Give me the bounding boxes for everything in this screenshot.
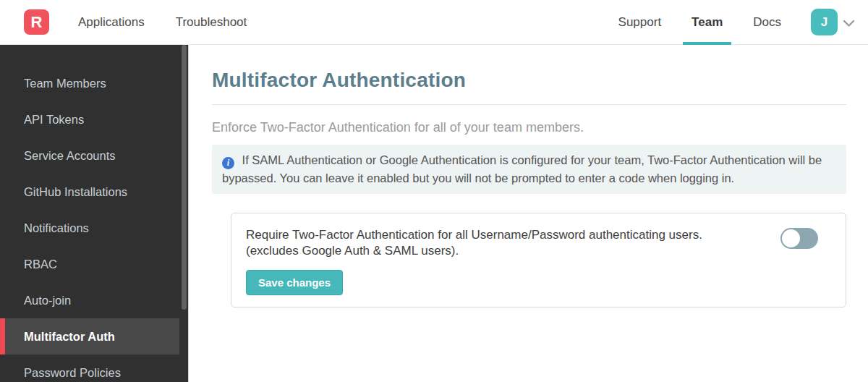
app-logo-letter: R <box>31 14 43 30</box>
sidebar-item-team-members[interactable]: Team Members <box>0 65 188 101</box>
user-avatar[interactable]: J <box>811 9 838 35</box>
sidebar-item-github-installations[interactable]: GitHub Installations <box>0 174 188 210</box>
toggle-knob <box>782 229 800 247</box>
page-body: Team Members API Tokens Service Accounts… <box>0 45 868 382</box>
sidebar-item-notifications[interactable]: Notifications <box>0 210 188 246</box>
info-icon: i <box>222 157 234 169</box>
sidebar: Team Members API Tokens Service Accounts… <box>0 45 188 382</box>
user-avatar-initial: J <box>821 15 827 30</box>
two-factor-requirement-text: Require Two-Factor Authentication for al… <box>246 227 759 243</box>
two-factor-toggle[interactable] <box>780 228 818 249</box>
nav-support[interactable]: Support <box>618 0 662 45</box>
page-title: Multifactor Authentication <box>212 69 846 92</box>
sidebar-item-password-policies[interactable]: Password Policies <box>0 355 188 382</box>
sidebar-item-service-accounts[interactable]: Service Accounts <box>0 137 188 174</box>
nav-troubleshoot[interactable]: Troubleshoot <box>176 15 247 30</box>
info-banner-text: If SAML Authentication or Google Authent… <box>222 153 822 184</box>
sidebar-item-api-tokens[interactable]: API Tokens <box>0 101 188 137</box>
top-navbar: R Applications Troubleshoot Support Team… <box>0 0 868 45</box>
save-changes-button[interactable]: Save changes <box>246 270 343 295</box>
sidebar-item-multifactor-auth[interactable]: Multifactor Auth <box>0 318 179 355</box>
sidebar-item-auto-join[interactable]: Auto-join <box>0 282 188 318</box>
secondary-nav: Support Team Docs <box>618 0 781 45</box>
sidebar-scrollbar[interactable] <box>182 45 187 310</box>
two-factor-exclusion-text: (excludes Google Auth & SAML users). <box>246 243 759 259</box>
nav-applications[interactable]: Applications <box>78 15 145 30</box>
chevron-down-icon[interactable] <box>843 20 855 27</box>
page: R Applications Troubleshoot Support Team… <box>0 0 868 382</box>
page-subtitle: Enforce Two-Factor Authentication for al… <box>212 120 846 135</box>
primary-nav: Applications Troubleshoot <box>78 15 247 30</box>
title-divider <box>212 104 846 105</box>
nav-team[interactable]: Team <box>683 0 731 45</box>
main-content: Multifactor Authentication Enforce Two-F… <box>188 45 868 382</box>
nav-docs[interactable]: Docs <box>753 0 781 45</box>
info-banner: i If SAML Authentication or Google Authe… <box>212 145 846 194</box>
sidebar-item-rbac[interactable]: RBAC <box>0 246 188 282</box>
app-logo[interactable]: R <box>24 9 49 35</box>
two-factor-settings-card: Require Two-Factor Authentication for al… <box>231 213 846 307</box>
